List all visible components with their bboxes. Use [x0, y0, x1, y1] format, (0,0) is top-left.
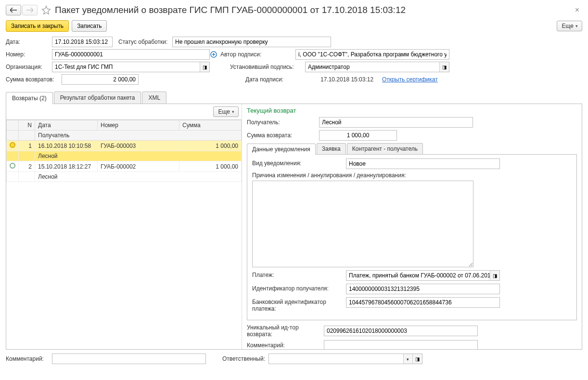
more-menu-button[interactable]: Еще: [557, 21, 582, 31]
tab-returns[interactable]: Возвраты (2): [6, 92, 53, 104]
col-n[interactable]: N: [19, 120, 35, 131]
inner-tab-counterparty[interactable]: Контрагент - получатель: [347, 143, 423, 154]
window-title: Пакет уведомлений о возврате ГИС ГМП ГУА…: [55, 5, 572, 15]
inner-tab-notification-data[interactable]: Данные уведомления: [247, 144, 316, 155]
open-icon: ◨: [442, 65, 447, 70]
status-circle-icon: [10, 142, 15, 148]
responsible-open-button[interactable]: ◨: [412, 354, 422, 364]
responsible-dropdown-button[interactable]: [403, 354, 412, 364]
comment-label: Комментарий:: [6, 355, 48, 362]
col-date[interactable]: Дата: [35, 120, 98, 131]
table-row[interactable]: 2 15.10.2018 18:12:27 ГУАБ-000002 1 000,…: [7, 161, 242, 172]
detail-comment-field[interactable]: [324, 340, 478, 349]
bank-id-label: Банковский идентификатор платежа:: [252, 297, 346, 312]
payment-open-button[interactable]: ◨: [490, 271, 499, 280]
notification-type-field[interactable]: [346, 158, 500, 169]
payment-label: Платеж:: [252, 270, 346, 278]
signer-label: Установивший подпись:: [230, 64, 305, 70]
save-and-close-button[interactable]: Записать и закрыть: [6, 20, 69, 32]
recipient-id-label: Идентификатор получателя:: [252, 284, 346, 292]
return-sum-label: Сумма возврата:: [247, 132, 319, 139]
signature-icon: [210, 51, 217, 58]
open-icon: ◨: [415, 356, 420, 362]
table-row[interactable]: 1 16.10.2018 10:10:58 ГУАБ-000003 1 000,…: [7, 141, 242, 151]
recipient-label: Получатель:: [247, 119, 319, 126]
responsible-field[interactable]: [268, 354, 422, 364]
status-label: Статус обработки:: [118, 39, 172, 45]
favorite-star-icon[interactable]: [41, 5, 51, 15]
signer-field[interactable]: [305, 62, 449, 72]
org-field[interactable]: [52, 62, 210, 72]
number-label: Номер:: [6, 51, 52, 58]
detail-comment-label: Комментарий:: [247, 342, 324, 349]
unique-id-label: Уникальный ид-тор возврата:: [247, 324, 324, 338]
nav-forward-button: [22, 5, 38, 15]
status-circle-icon: [10, 163, 15, 169]
comment-field[interactable]: [52, 354, 206, 364]
recipient-id-field[interactable]: [346, 284, 500, 294]
number-field[interactable]: [52, 49, 210, 60]
arrow-left-icon: [10, 8, 17, 13]
col-number[interactable]: Номер: [98, 120, 179, 131]
signer-open-button[interactable]: ◨: [439, 62, 449, 72]
table-row[interactable]: Лесной: [7, 172, 242, 182]
sign-date-value: 17.10.2018 15:03:12: [320, 76, 382, 83]
org-open-button[interactable]: ◨: [200, 62, 209, 72]
sum-label: Сумма возвратов:: [6, 76, 62, 83]
unique-id-field[interactable]: [324, 326, 478, 336]
save-button[interactable]: Записать: [72, 20, 107, 32]
sign-date-label: Дата подписи:: [245, 76, 320, 83]
bank-id-field[interactable]: [346, 297, 500, 308]
recipient-field[interactable]: [319, 117, 473, 128]
reason-label: Причина изменения / аннулирования / деан…: [252, 172, 406, 179]
table-row[interactable]: Лесной: [7, 151, 242, 161]
current-return-title: Текущий возврат: [247, 107, 577, 114]
payment-field[interactable]: [346, 270, 500, 281]
notification-type-label: Вид уведомления:: [252, 158, 346, 167]
open-icon: ◨: [493, 273, 497, 278]
sum-field: [62, 74, 139, 85]
open-certificate-link[interactable]: Открыть сертификат: [382, 76, 438, 83]
col-recipient[interactable]: Получатель: [35, 131, 242, 141]
inner-tab-request[interactable]: Заявка: [317, 143, 346, 154]
col-status[interactable]: [7, 120, 19, 131]
arrow-right-icon: [26, 8, 33, 13]
tab-processing-result[interactable]: Результат обработки пакета: [54, 92, 141, 104]
tab-xml[interactable]: XML: [142, 92, 166, 104]
reason-textarea[interactable]: [252, 181, 473, 267]
date-label: Дата:: [6, 39, 52, 45]
author-field[interactable]: [295, 49, 449, 60]
date-field[interactable]: [52, 37, 113, 47]
responsible-label: Ответственный:: [222, 355, 265, 362]
grid-more-button[interactable]: Еще: [213, 106, 239, 117]
status-field[interactable]: [172, 37, 331, 47]
author-label: Автор подписи:: [220, 51, 295, 58]
org-label: Организация:: [6, 64, 52, 70]
open-icon: ◨: [203, 65, 207, 70]
col-sum[interactable]: Сумма: [179, 120, 242, 131]
nav-back-button[interactable]: [6, 5, 21, 15]
close-button[interactable]: ×: [572, 5, 582, 15]
returns-grid[interactable]: N Дата Номер Сумма Получатель: [6, 119, 242, 349]
return-sum-field[interactable]: [319, 130, 397, 141]
